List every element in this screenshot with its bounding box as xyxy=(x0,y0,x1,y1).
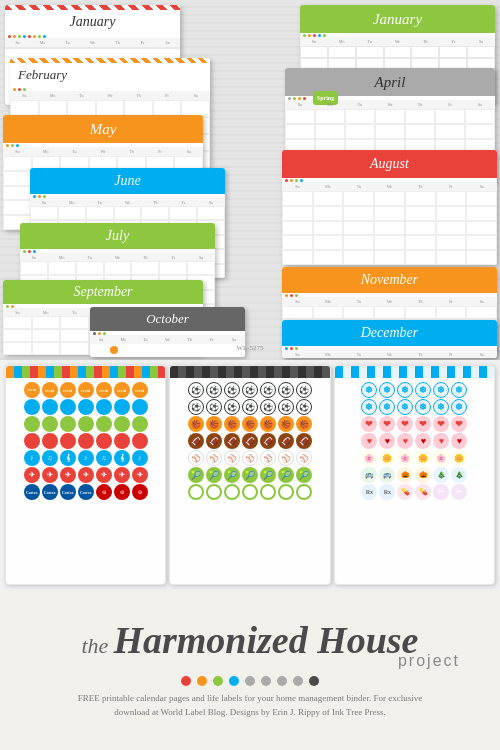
september-label: September xyxy=(73,284,132,300)
logo-project-text: project xyxy=(40,652,460,670)
sport-circle xyxy=(242,484,258,500)
sticker-circle xyxy=(60,433,76,449)
sticker-sheet-1: event event event event event event even… xyxy=(5,365,166,585)
sticker-circle: event xyxy=(24,382,40,398)
soccer-ball: ⚽ xyxy=(206,399,222,415)
sticker-circle-plane: ✈ xyxy=(96,467,112,483)
logo-dot-gray3 xyxy=(277,676,287,686)
calendar-december: December SuMoTuWeThFrSa xyxy=(282,320,497,358)
sticker-circle-plane: ✈ xyxy=(60,467,76,483)
sticker-circle-plane: ✈ xyxy=(78,467,94,483)
august-label: August xyxy=(370,156,409,172)
sticker-circle xyxy=(60,399,76,415)
baseball: ⚾ xyxy=(224,450,240,466)
misc-circle-2: ✂ xyxy=(451,484,467,500)
heart-circle: ♥ xyxy=(397,433,413,449)
november-label: November xyxy=(361,272,419,288)
sticker-circle: event xyxy=(42,382,58,398)
sticker-circle xyxy=(96,399,112,415)
sticker-circle: event xyxy=(96,382,112,398)
sticker-circle xyxy=(114,399,130,415)
misc-circle-2: 💊 xyxy=(397,484,413,500)
sticker-circle xyxy=(42,433,58,449)
logo-dot-red xyxy=(181,676,191,686)
soccer-ball: ⚽ xyxy=(188,382,204,398)
baseball: ⚾ xyxy=(278,450,294,466)
sticker-circle: event xyxy=(60,382,76,398)
sticker-circle xyxy=(24,416,40,432)
heart-circle: ❤ xyxy=(415,416,431,432)
day-tu: Tu xyxy=(55,38,80,47)
tennis-ball: 🎾 xyxy=(188,467,204,483)
logo-dot-gray2 xyxy=(261,676,271,686)
sticker-circle-store: Costco xyxy=(24,484,40,500)
sticker-circle: event xyxy=(78,382,94,398)
baseball: ⚾ xyxy=(296,450,312,466)
logo-dots-row xyxy=(181,676,319,686)
sticker-circle xyxy=(96,433,112,449)
football: 🏈 xyxy=(188,433,204,449)
sticker-circle-music: 𝄞 xyxy=(60,450,76,466)
soccer-ball: ⚽ xyxy=(224,382,240,398)
may-label: May xyxy=(90,121,117,138)
soccer-ball: ⚽ xyxy=(296,399,312,415)
misc-circle-2: Rx xyxy=(361,484,377,500)
wl-code: WL-5275 xyxy=(236,344,263,352)
sticker-circle xyxy=(60,416,76,432)
logo-dot-green xyxy=(213,676,223,686)
football: 🏈 xyxy=(296,433,312,449)
calendar-october: October SuMoTuWeThFrSa xyxy=(90,307,245,357)
soccer-ball: ⚽ xyxy=(188,399,204,415)
basketball: 🏀 xyxy=(242,416,258,432)
misc-circle-2: ✂ xyxy=(433,484,449,500)
sticker-circle xyxy=(132,416,148,432)
heart-circle: ♥ xyxy=(433,433,449,449)
sticker-circle-store: Costco xyxy=(42,484,58,500)
sticker-circle xyxy=(114,416,130,432)
sticker-circle xyxy=(42,416,58,432)
misc-circle: 🚌 xyxy=(361,467,377,483)
sticker-circle-target: ⊙ xyxy=(96,484,112,500)
sticker-circle-music: ♫ xyxy=(42,450,58,466)
soccer-ball: ⚽ xyxy=(260,382,276,398)
sticker-circle-store: Costco xyxy=(60,484,76,500)
day-th: Th xyxy=(105,38,130,47)
heart-circle: ♥ xyxy=(361,433,377,449)
april-label: April xyxy=(375,74,406,91)
sticker-circle xyxy=(78,433,94,449)
misc-circle: 🚌 xyxy=(379,467,395,483)
sticker-circle-target: ⊙ xyxy=(132,484,148,500)
october-label: October xyxy=(146,311,189,327)
seasonal-circle: 🌸 xyxy=(433,450,449,466)
sticker-circle-plane: ✈ xyxy=(132,467,148,483)
heart-circle: ♥ xyxy=(379,433,395,449)
football: 🏈 xyxy=(206,433,222,449)
seasonal-circle: 🌼 xyxy=(379,450,395,466)
baseball: ⚾ xyxy=(242,450,258,466)
seasonal-circle: 🌼 xyxy=(451,450,467,466)
logo-dot-gray1 xyxy=(245,676,255,686)
sticker-circle-target: ⊙ xyxy=(114,484,130,500)
day-fr: Fr xyxy=(130,38,155,47)
sticker-circle xyxy=(78,399,94,415)
football: 🏈 xyxy=(242,433,258,449)
sticker-section: event event event event event event even… xyxy=(0,360,500,590)
soccer-ball: ⚽ xyxy=(296,382,312,398)
tennis-ball: 🎾 xyxy=(296,467,312,483)
soccer-ball: ⚽ xyxy=(206,382,222,398)
sticker-circle-music: 𝄞 xyxy=(114,450,130,466)
july-label: July xyxy=(106,228,129,244)
sticker-circle-plane: ✈ xyxy=(42,467,58,483)
sport-circle xyxy=(296,484,312,500)
day-sa: Sa xyxy=(155,38,180,47)
sticker-sheet-3: ❄ ❄ ❄ ❄ ❄ ❄ ❄ ❄ ❄ ❄ ❄ ❄ ❤ xyxy=(334,365,495,585)
misc-circle: 🎃 xyxy=(415,467,431,483)
sticker-circle xyxy=(24,399,40,415)
basketball: 🏀 xyxy=(188,416,204,432)
day-mo: Mo xyxy=(30,38,55,47)
snowflake-circle: ❄ xyxy=(415,382,431,398)
tagline-text: FREE printable calendar pages and life l… xyxy=(70,692,430,719)
snowflake-circle: ❄ xyxy=(397,399,413,415)
calendar-august: August SuMoTuWeThFrSa xyxy=(282,150,497,265)
sticker-circle-music: ♫ xyxy=(96,450,112,466)
